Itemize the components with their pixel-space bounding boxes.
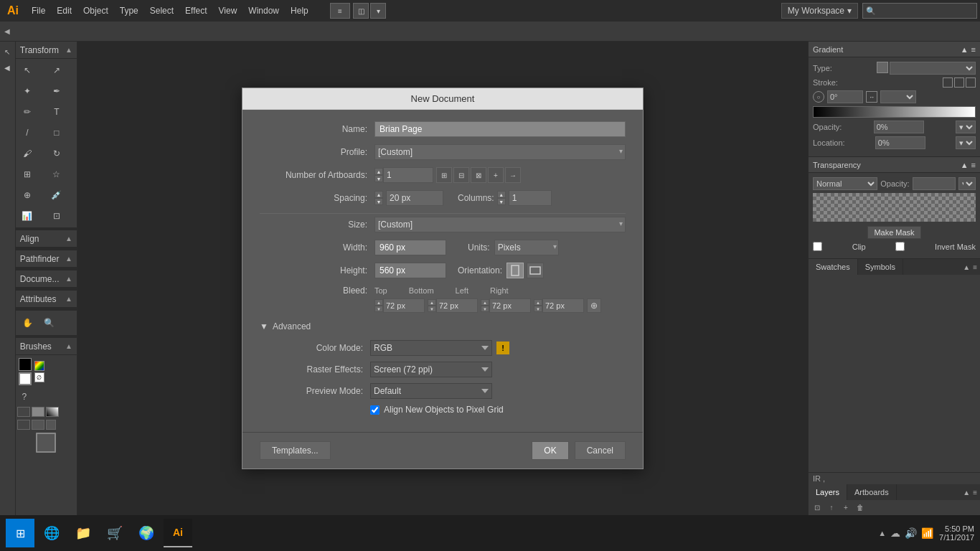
scale-tool[interactable]: ⊞ <box>17 164 37 184</box>
pixel-grid-checkbox[interactable] <box>370 405 380 415</box>
angle-input[interactable] <box>827 90 863 103</box>
symbols-tab[interactable]: Symbols <box>858 259 903 275</box>
stroke-btn-2[interactable] <box>954 77 964 88</box>
layers-icon-4[interactable]: 🗑 <box>854 501 866 513</box>
swatches-menu-icon[interactable]: ≡ <box>973 263 977 271</box>
gradient-opacity-input[interactable] <box>874 121 924 133</box>
transparency-collapse-icon[interactable]: ▲ <box>961 161 969 169</box>
gradient-location-select[interactable]: ▾ <box>956 136 976 149</box>
columns-down[interactable]: ▼ <box>497 198 506 205</box>
toolbar-icon-1[interactable]: ≡ <box>330 3 350 19</box>
bleed-top-down[interactable]: ▼ <box>374 306 383 312</box>
panel-pathfinder[interactable]: Pathfinder ▲ <box>16 250 77 268</box>
rect-tool[interactable]: □ <box>47 123 67 143</box>
magic-wand-tool[interactable]: ✦ <box>17 81 37 101</box>
bleed-right-input[interactable] <box>542 298 584 313</box>
angle-select[interactable] <box>880 90 916 103</box>
columns-input[interactable] <box>509 190 552 206</box>
gradient-collapse-icon[interactable]: ▲ <box>961 45 969 54</box>
bleed-link-btn[interactable]: ⊕ <box>587 298 601 313</box>
gradient-location-input[interactable] <box>875 136 925 149</box>
size-select[interactable]: [Custom] Letter Legal A4 <box>374 217 626 232</box>
spacing-up[interactable]: ▲ <box>374 191 383 198</box>
invert-mask-checkbox[interactable] <box>895 242 905 251</box>
layers-tab[interactable]: Layers <box>809 484 847 500</box>
select-tool[interactable]: ↖ <box>0 44 14 59</box>
bleed-left-up[interactable]: ▲ <box>481 299 489 306</box>
arrow-tool[interactable]: ↖ <box>17 60 37 80</box>
taskbar-store-icon[interactable]: 🛒 <box>100 519 129 547</box>
taskbar-volume-icon[interactable]: 🔊 <box>905 527 917 539</box>
menu-type[interactable]: Type <box>114 0 144 22</box>
graph-tool[interactable]: 📊 <box>17 206 37 226</box>
question-tool[interactable]: ? <box>17 390 32 404</box>
layers-menu-icon[interactable]: ≡ <box>973 489 977 496</box>
gradient-menu-icon[interactable]: ≡ <box>971 45 976 54</box>
arrange-col-btn[interactable]: ⊠ <box>471 167 486 183</box>
transparency-opacity-select[interactable]: ▾ <box>958 177 976 190</box>
taskbar-chrome-icon[interactable]: 🌍 <box>132 519 161 547</box>
taskbar-clock[interactable]: 5:50 PM 7/11/2017 <box>939 524 974 542</box>
artboards-input[interactable] <box>383 167 433 183</box>
layers-icon-1[interactable]: ⊡ <box>811 501 823 513</box>
clip-checkbox[interactable] <box>813 242 822 251</box>
bleed-bottom-input[interactable] <box>436 298 478 313</box>
blend-mode-select[interactable]: Normal Multiply Screen <box>813 177 877 190</box>
color-picker[interactable] <box>34 361 44 371</box>
bleed-left-input[interactable] <box>489 298 531 313</box>
spacing-down[interactable]: ▼ <box>374 198 383 205</box>
direct-select-tool[interactable]: ↗ <box>47 60 67 80</box>
artboards-down[interactable]: ▼ <box>374 175 383 182</box>
pen-tool[interactable]: ✒ <box>47 81 67 101</box>
collapse-btn[interactable]: ◀ <box>3 24 11 39</box>
layers-collapse-icon[interactable]: ▲ <box>963 489 970 496</box>
make-mask-btn[interactable]: Make Mask <box>867 226 920 239</box>
arrange-row-btn[interactable]: ⊟ <box>453 167 469 183</box>
name-input[interactable] <box>374 121 626 137</box>
menu-edit[interactable]: Edit <box>51 0 77 22</box>
height-input[interactable] <box>374 263 446 278</box>
angle-wheel[interactable]: ○ <box>813 91 824 103</box>
taskbar-arrow-icon[interactable]: ▲ <box>878 529 886 537</box>
swatches-collapse-icon[interactable]: ▲ <box>963 263 970 271</box>
reverse-btn[interactable]: ↔ <box>866 91 877 103</box>
start-button[interactable]: ⊞ <box>6 519 34 547</box>
bleed-left-down[interactable]: ▼ <box>481 306 489 312</box>
bleed-bottom-down[interactable]: ▼ <box>428 306 436 312</box>
text-tool[interactable]: T <box>47 102 67 122</box>
gradient-type-select[interactable] <box>890 62 976 75</box>
gradient-opacity-select[interactable]: ▾ <box>956 121 976 133</box>
arrange-add-btn[interactable]: + <box>488 167 504 183</box>
panel-align[interactable]: Align ▲ <box>16 230 77 248</box>
arrange-btn-2[interactable]: ▾ <box>370 3 386 19</box>
taskbar-folder-icon[interactable]: 📁 <box>69 519 98 547</box>
menu-effect[interactable]: Effect <box>179 0 212 22</box>
artboards-tab[interactable]: Artboards <box>847 484 897 500</box>
collapse-panel[interactable]: ◀ <box>0 60 14 75</box>
preview-mode-select[interactable]: Default Pixel Overprint <box>370 383 492 399</box>
menu-view[interactable]: View <box>213 0 243 22</box>
taskbar-ai-icon[interactable]: Ai <box>164 519 192 547</box>
artboards-up[interactable]: ▲ <box>374 168 383 175</box>
cancel-button[interactable]: Cancel <box>575 441 626 460</box>
units-select[interactable]: Pixels Inches Millimeters <box>494 240 559 255</box>
menu-help[interactable]: Help <box>285 0 314 22</box>
zoom-tool[interactable]: ⊕ <box>17 185 37 205</box>
menu-select[interactable]: Select <box>144 0 179 22</box>
workspace-selector[interactable]: My Workspace ▾ <box>781 3 858 19</box>
panel-attributes[interactable]: Attributes ▲ <box>16 291 77 308</box>
color-mode-select[interactable]: RGB CMYK <box>370 340 492 356</box>
menu-file[interactable]: File <box>26 0 51 22</box>
portrait-btn[interactable] <box>507 263 524 278</box>
search-input[interactable] <box>878 6 974 15</box>
stroke-btn-1[interactable] <box>943 77 953 88</box>
gradient-type-1[interactable] <box>877 62 888 73</box>
eyedropper-tool[interactable]: 💉 <box>47 185 67 205</box>
bleed-right-down[interactable]: ▼ <box>534 306 542 312</box>
transparency-menu-icon[interactable]: ≡ <box>971 161 976 169</box>
rotate-tool[interactable]: ↻ <box>47 143 67 164</box>
stroke-btn-3[interactable] <box>966 77 976 88</box>
raster-effects-select[interactable]: Screen (72 ppi) Medium (150 ppi) High (3… <box>370 362 492 377</box>
artboard-tool[interactable]: ⊡ <box>47 206 67 226</box>
bleed-top-input[interactable] <box>383 298 425 313</box>
